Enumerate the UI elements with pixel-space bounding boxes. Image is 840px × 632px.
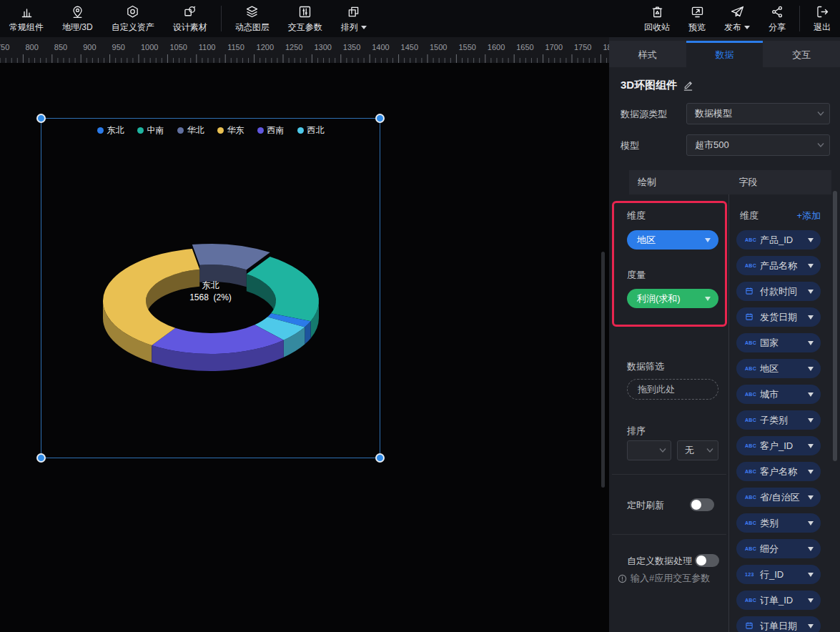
svg-text:850: 850: [54, 43, 67, 51]
field-pill-行_ID[interactable]: 123行_ID: [736, 565, 821, 584]
field-pill-产品_ID[interactable]: ABC产品_ID: [736, 230, 821, 250]
toolbar-button-publish[interactable]: 发布: [715, 0, 759, 37]
timed-refresh-toggle[interactable]: [690, 498, 714, 511]
field-pill-子类别[interactable]: ABC子类别: [736, 410, 821, 430]
field-pill-类别[interactable]: ABC类别: [736, 513, 821, 533]
legend-item[interactable]: 东北: [97, 124, 124, 137]
legend-item[interactable]: 华北: [177, 124, 204, 137]
select-模型[interactable]: 超市500: [686, 134, 830, 156]
panel-scrollbar[interactable]: [833, 191, 837, 461]
field-pill-客户_ID[interactable]: ABC客户_ID: [736, 436, 821, 455]
publish-icon: [730, 4, 745, 19]
chevron-down-icon: [808, 470, 814, 474]
chevron-down-icon: [817, 142, 824, 148]
field-pill-省/自治区[interactable]: ABC省/自治区: [736, 488, 821, 507]
field-name: 客户名称: [760, 465, 803, 478]
custom-assets-icon: [125, 4, 140, 19]
field-pill-国家[interactable]: ABC国家: [736, 333, 821, 352]
toolbar-button-design-materials[interactable]: 设计素材: [164, 0, 217, 37]
sort-order-select[interactable]: 无: [677, 440, 718, 460]
toolbar-button-arrange[interactable]: 排列: [332, 0, 376, 37]
chevron-down-icon: [744, 26, 750, 29]
horizontal-ruler: 7508008509009501000105011001150120012501…: [0, 37, 609, 63]
toolbar-button-label: 预览: [688, 21, 706, 34]
toolbar-button-label: 分享: [769, 21, 786, 34]
sort-field-select[interactable]: [627, 440, 671, 460]
timed-refresh-label: 定时刷新: [627, 499, 664, 512]
chevron-down-icon: [808, 521, 814, 525]
design-canvas[interactable]: 东北中南华北华东西南西北 东北 1568 (2%): [0, 63, 609, 632]
chevron-down-icon: [808, 238, 814, 242]
legend-item[interactable]: 西南: [257, 124, 285, 137]
design-materials-icon: [182, 4, 197, 19]
toolbar-button-chart-components[interactable]: 常规组件: [0, 0, 53, 37]
field-name: 订单_ID: [760, 594, 803, 607]
svg-text:1300: 1300: [314, 43, 331, 51]
abc-type-icon: ABC: [745, 443, 755, 448]
svg-text:1050: 1050: [169, 43, 187, 51]
toolbar-button-geo-3d[interactable]: 地理/3D: [53, 0, 102, 37]
field-pill-订单日期[interactable]: 订单日期: [736, 616, 821, 632]
legend-item[interactable]: 西北: [297, 124, 325, 137]
legend-dot-icon: [257, 127, 264, 134]
measure-pill[interactable]: 利润(求和): [627, 289, 718, 308]
toolbar-right-group: 回收站预览发布分享退出: [635, 0, 840, 37]
abc-type-icon: ABC: [745, 366, 755, 371]
interaction-params-icon: [297, 4, 312, 19]
chevron-down-icon: [808, 547, 814, 551]
chevron-down-icon: [706, 448, 713, 453]
resize-handle-top-left[interactable]: [36, 114, 46, 123]
toolbar-button-dynamic-layers[interactable]: 动态图层: [226, 0, 279, 37]
dimension-pill[interactable]: 地区: [627, 230, 718, 250]
filter-drop-zone[interactable]: 拖到此处: [627, 379, 718, 400]
panel-tab-数据[interactable]: 数据: [686, 41, 764, 67]
edit-title-icon[interactable]: [683, 80, 693, 91]
svg-text:1650: 1650: [516, 43, 533, 51]
select-数据源类型[interactable]: 数据模型: [686, 103, 830, 124]
toolbar-button-share[interactable]: 分享: [759, 0, 795, 37]
subtab-绘制[interactable]: 绘制: [629, 176, 731, 189]
toolbar-separator: [221, 6, 222, 31]
svg-text:1550: 1550: [458, 43, 475, 51]
resize-handle-top-right[interactable]: [375, 114, 385, 123]
toolbar-button-custom-assets[interactable]: 自定义资产: [102, 0, 164, 37]
legend-dot-icon: [297, 127, 304, 134]
field-pill-订单_ID[interactable]: ABC订单_ID: [736, 591, 821, 610]
toolbar-button-preview[interactable]: 预览: [679, 0, 715, 37]
field-pill-客户名称[interactable]: ABC客户名称: [736, 462, 821, 481]
panel-tab-样式[interactable]: 样式: [609, 41, 686, 67]
chart-component-selection[interactable]: 东北中南华北华东西南西北 东北 1568 (2%): [41, 118, 380, 458]
svg-text:1150: 1150: [227, 43, 244, 51]
form-row-label: 数据源类型: [621, 108, 667, 121]
abc-type-icon: ABC: [745, 340, 755, 345]
svg-text:1400: 1400: [372, 43, 389, 51]
legend-item[interactable]: 华东: [217, 124, 244, 137]
abc-type-icon: ABC: [745, 237, 755, 242]
field-pill-城市[interactable]: ABC城市: [736, 385, 821, 404]
field-name: 细分: [760, 543, 803, 556]
field-pill-发货日期[interactable]: 发货日期: [736, 307, 821, 327]
field-pill-付款时间[interactable]: 付款时间: [736, 282, 821, 301]
draw-field-subtabs: 绘制字段: [629, 170, 831, 194]
custom-processing-toggle[interactable]: [695, 554, 719, 567]
resize-handle-bottom-left[interactable]: [36, 453, 46, 463]
field-pill-地区[interactable]: ABC地区: [736, 359, 821, 378]
panel-tab-交互[interactable]: 交互: [763, 41, 840, 67]
subtab-字段[interactable]: 字段: [731, 176, 832, 189]
exit-icon: [815, 4, 830, 19]
field-pill-产品名称[interactable]: ABC产品名称: [736, 256, 821, 275]
svg-text:1750: 1750: [574, 43, 591, 51]
center-label-name: 东北: [41, 280, 380, 292]
chevron-down-icon: [808, 367, 814, 371]
toolbar-button-interaction-params[interactable]: 交互参数: [279, 0, 332, 37]
add-field-link[interactable]: +添加: [796, 209, 821, 222]
legend-item[interactable]: 中南: [137, 124, 164, 137]
canvas-scrollbar[interactable]: [601, 252, 605, 488]
toolbar-button-recycle-bin[interactable]: 回收站: [635, 0, 679, 37]
field-pill-细分[interactable]: ABC细分: [736, 539, 821, 558]
column-divider: [728, 194, 729, 632]
chevron-down-icon: [361, 26, 367, 29]
toolbar-button-exit[interactable]: 退出: [804, 0, 840, 37]
resize-handle-bottom-right[interactable]: [375, 453, 385, 463]
svg-text:1600: 1600: [488, 43, 505, 51]
